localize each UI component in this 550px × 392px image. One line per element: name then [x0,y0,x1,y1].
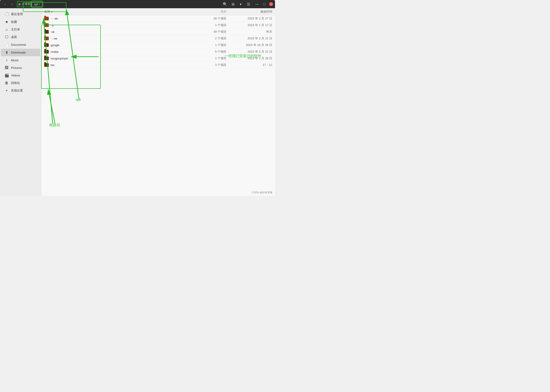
folder-icon [44,56,49,60]
view-more-button[interactable]: ▾ [238,1,244,7]
table-row[interactable]: google1 个项目2023 年 10 月 26 日 [42,42,275,49]
file-name-text: ·····ith [51,17,58,20]
file-size-cell: 28 个项目 [194,16,226,21]
minimize-button[interactable]: — [254,1,260,7]
sidebar-item-home[interactable]: ⌂主目录 [1,26,40,33]
file-date-cell: 17：12 [226,63,272,67]
file-name-cell: ·····ith [44,17,194,20]
music-icon: ♪ [5,58,9,62]
sidebar: 🕐最近使用★收藏⌂主目录🖵桌面📄Documents⬇Downloads♪Musi… [0,8,41,196]
search-icon: 🔍 [223,2,227,7]
file-header: 名称 ▾ 大小 修改时间 [42,8,275,15]
file-manager-window: ‹ › 🖥 计算机 opt ▾ 🔍 ⊞ ▾ ☰ [0,0,275,196]
sidebar-item-trash[interactable]: 🗑回收站 [1,79,40,87]
sidebar-item-videos[interactable]: 🎬Videos [1,72,40,79]
sidebar-item-music[interactable]: ♪Music [1,56,40,64]
downloads-icon: ⬇ [5,50,9,55]
file-name-cell: google [44,43,194,47]
sidebar-item-bookmarks[interactable]: ★收藏 [1,18,40,26]
sidebar-item-label-bookmarks: 收藏 [11,20,17,24]
table-row[interactable]: sougoupinyin1 个项目2023 年 1 月 29 日 [42,55,275,62]
menu-button[interactable]: ☰ [245,1,252,7]
videos-icon: 🎬 [5,73,9,77]
sidebar-item-label-videos: Videos [11,74,20,77]
bookmarks-icon: ★ [5,20,9,24]
file-name-cell: nvidia [44,50,194,54]
table-row[interactable]: ·nk39 个项目昨天 [42,28,275,35]
grid-icon: ⊞ [232,2,234,7]
table-row[interactable]: ·····ith28 个项目2023 年 2 月 27 日 [42,15,275,22]
file-date-cell: 2023 年 2 月 21 日 [226,50,272,54]
header-date: 修改时间 [226,10,272,14]
sidebar-item-recent[interactable]: 🕐最近使用 [1,10,40,18]
desktop-icon: 🖵 [5,35,9,39]
file-name-text: tes [51,63,55,67]
sidebar-item-label-pictures: Pictures [11,66,22,70]
sidebar-item-other[interactable]: +其他位置 [1,87,40,94]
view-more-icon: ▾ [240,2,242,7]
titlebar: ‹ › 🖥 计算机 opt ▾ 🔍 ⊞ ▾ ☰ [0,0,275,8]
table-row[interactable]: nvidia5 个项目2023 年 2 月 21 日 [42,49,275,55]
file-name-cell: ··y [44,23,194,27]
file-date-cell: 2023 年 1 月 17 日 [226,23,272,27]
sidebar-item-label-trash: 回收站 [11,81,20,85]
titlebar-right: 🔍 ⊞ ▾ ☰ [222,1,252,7]
back-button[interactable]: ‹ [2,1,8,7]
pictures-icon: 🖼 [5,66,9,70]
folder-icon [44,43,49,47]
grid-view-button[interactable]: ⊞ [230,1,236,7]
close-button[interactable]: ✕ [269,2,273,6]
computer-location[interactable]: 🖥 计算机 [18,2,31,6]
opt-label: opt [34,2,38,6]
sidebar-item-label-documents: Documents [11,43,26,46]
sidebar-item-label-recent: 最近使用 [11,12,23,16]
sidebar-item-pictures[interactable]: 🖼Pictures [1,64,40,71]
folder-icon [44,50,49,54]
sidebar-item-label-music: Music [11,59,19,62]
sidebar-item-downloads[interactable]: ⬇Downloads [1,49,40,56]
file-date-cell: 2023 年 2 月 21 日 [226,36,272,41]
sort-icon: ▾ [51,10,53,14]
folder-icon [44,30,49,34]
main-content: 🕐最近使用★收藏⌂主目录🖵桌面📄Documents⬇Downloads♪Musi… [0,8,275,196]
file-area: 名称 ▾ 大小 修改时间 ·····ith28 个项目2023 年 2 月 27… [41,8,275,196]
other-icon: + [5,89,9,93]
forward-button[interactable]: › [9,1,15,7]
computer-label: 计算机 [22,2,31,6]
recent-icon: 🕐 [5,12,9,16]
maximize-button[interactable]: □ [262,1,267,7]
file-size-cell: 1 个项目 [194,23,226,27]
documents-icon: 📄 [5,42,9,47]
file-name-cell: tes [44,63,194,67]
file-date-cell: 2023 年 2 月 27 日 [226,16,272,21]
header-name-label: 名称 [44,10,50,14]
sidebar-item-desktop[interactable]: 🖵桌面 [1,33,40,41]
window-controls: — □ ✕ [254,1,273,7]
file-name-text: ··y [51,24,54,27]
location-bar: 🖥 计算机 opt ▾ [18,2,42,7]
trash-icon: 🗑 [5,81,9,85]
file-size-cell: 2 个项目 [194,36,226,41]
home-icon: ⌂ [5,28,9,32]
header-name: 名称 ▾ [44,10,194,14]
file-name-cell: ····ne [44,37,194,40]
folder-icon [44,37,49,40]
menu-icon: ☰ [247,2,250,7]
file-name-cell: ·nk [44,30,194,34]
search-button[interactable]: 🔍 [222,1,228,7]
file-size-cell: 5 个项目 [194,50,226,54]
file-name-cell: sougoupinyin [44,56,194,60]
folder-icon [44,17,49,20]
opt-breadcrumb[interactable]: opt ▾ [32,2,42,7]
table-row[interactable]: tes3 个项目17：12 [42,62,275,68]
sidebar-item-label-other: 其他位置 [11,89,23,93]
file-date-cell: 2023 年 1 月 29 日 [226,56,272,60]
file-size-cell: 39 个项目 [194,30,226,34]
file-date-cell: 2023 年 10 月 26 日 [226,43,272,47]
table-row[interactable]: ··y1 个项目2023 年 1 月 17 日 [42,22,275,28]
computer-icon: 🖥 [18,2,21,6]
header-size: 大小 [194,10,226,14]
file-size-cell: 1 个项目 [194,56,226,60]
table-row[interactable]: ····ne2 个项目2023 年 2 月 21 日 [42,35,275,42]
sidebar-item-documents[interactable]: 📄Documents [1,41,40,49]
